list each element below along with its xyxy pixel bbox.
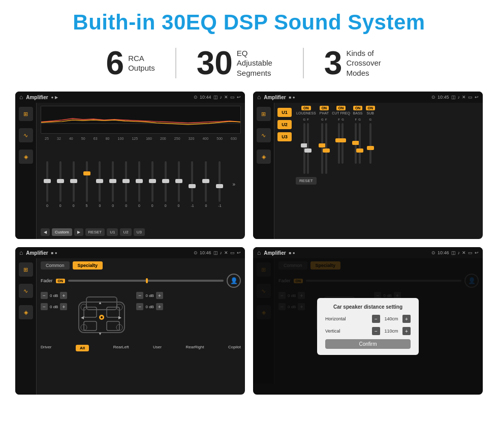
stat-number-eq: 30 [197, 47, 233, 79]
vertical-label: Vertical [325, 328, 353, 334]
u2-btn[interactable]: U2 [277, 120, 292, 129]
amp2-speaker-btn[interactable]: ◈ [257, 150, 271, 164]
crossover-speaker-btn[interactable]: ◈ [19, 305, 33, 319]
eq-slider-12: 0 [205, 161, 207, 207]
window-icon-3: ▭ [230, 250, 235, 255]
eq-bottom-bar: ◀ Custom ▶ RESET U1 U2 U3 [41, 226, 241, 236]
on-badge-bass[interactable]: ON [353, 106, 363, 110]
tab-specialty[interactable]: Specialty [73, 261, 103, 270]
bottom-labels: Driver All RearLeft User RearRight Copil… [41, 343, 241, 353]
tab-common[interactable]: Common [41, 261, 70, 270]
db-plus-br[interactable]: + [156, 303, 163, 310]
eq-screen-body: ⊞ ∿ ◈ 253240506380100125 [15, 103, 245, 239]
db-minus-tr[interactable]: − [136, 292, 143, 299]
db-plus-tl[interactable]: + [60, 292, 67, 299]
crossover-tune-btn[interactable]: ⊞ [19, 262, 33, 277]
confirm-button[interactable]: Confirm [325, 339, 411, 349]
on-badge-cutfreq[interactable]: ON [336, 106, 346, 110]
crossover-screen-body: ⊞ ∿ ◈ Common Specialty Fader ON [15, 258, 245, 395]
stats-row: 6 RCA Outputs 30 EQ Adjustable Segments … [15, 47, 483, 79]
amp2-screen-body: ⊞ ∿ ◈ U1 U2 U3 ON LOUDNESS [253, 103, 483, 239]
freq-labels: 253240506380100125160200250320400500630 [41, 137, 241, 140]
eq-u3-btn[interactable]: U3 [134, 228, 145, 236]
amp2-wave-btn[interactable]: ∿ [257, 128, 271, 142]
screen4-title: Amplifier [264, 250, 286, 256]
play-icon: ● ▶ [51, 95, 58, 100]
channel-cutfreq: ON CUT FREQ F G [332, 106, 350, 236]
horizontal-label: Horizontal [325, 316, 353, 321]
on-badge-loudness[interactable]: ON [301, 106, 311, 110]
sidebar-wave-btn[interactable]: ∿ [19, 128, 33, 142]
home-icon-4[interactable]: ⌂ [257, 249, 261, 256]
vertical-minus-btn[interactable]: − [372, 327, 380, 335]
dialog-overlay: Car speaker distance setting Horizontal … [253, 258, 483, 395]
crossover-wave-btn[interactable]: ∿ [19, 284, 33, 298]
eq-slider-3: 5 [86, 161, 88, 207]
sidebar-speaker-btn[interactable]: ◈ [19, 150, 33, 164]
eq-reset-btn[interactable]: RESET [85, 228, 105, 236]
eq-next-btn[interactable]: ▶ [74, 228, 83, 236]
db-value-tr: 0 dB [145, 293, 153, 298]
crossover-main-area: Common Specialty Fader ON 👤 [37, 258, 245, 395]
stat-number-rca: 6 [106, 47, 124, 79]
amp2-tune-btn[interactable]: ⊞ [257, 107, 271, 121]
eq-slider-9: 0 [165, 161, 167, 207]
home-icon-3[interactable]: ⌂ [19, 249, 23, 256]
back-icon-1: ↩ [237, 95, 241, 100]
all-button[interactable]: All [76, 345, 89, 351]
screen-crossover: ⌂ Amplifier ■ ● ⊙ 10:46 ◫ ♪ ✕ ▭ ↩ ⊞ ∿ [15, 247, 245, 395]
db-plus-tr[interactable]: + [156, 292, 163, 299]
rearright-label: RearRight [185, 345, 204, 351]
u1-btn[interactable]: U1 [277, 108, 292, 117]
svg-text:▼: ▼ [99, 332, 103, 336]
home-icon-2[interactable]: ⌂ [257, 94, 261, 101]
screen-amp-channels: ⌂ Amplifier ■ ● ⊙ 10:45 ◫ ♪ ✕ ▭ ↩ ⊞ ∿ [253, 92, 483, 239]
eq-main-area: 253240506380100125160200250320400500630 … [37, 103, 245, 239]
fader-on-badge[interactable]: ON [56, 279, 66, 283]
db-control-tl: − 0 dB + [41, 292, 67, 299]
reset-btn-area[interactable]: RESET [296, 177, 317, 185]
svg-rect-5 [84, 321, 97, 331]
sidebar-tune-btn[interactable]: ⊞ [19, 107, 33, 121]
eq-u1-btn[interactable]: U1 [107, 228, 118, 236]
volume-icon-1: ♪ [220, 95, 223, 100]
eq-prev-btn[interactable]: ◀ [41, 228, 50, 236]
status-bar-3: ⌂ Amplifier ■ ● ⊙ 10:46 ◫ ♪ ✕ ▭ ↩ [15, 247, 245, 258]
horizontal-minus-btn[interactable]: − [372, 315, 380, 323]
fader-slider[interactable] [68, 280, 224, 282]
eq-left-sidebar: ⊞ ∿ ◈ [15, 103, 37, 239]
stat-label-eq: EQ Adjustable Segments [237, 48, 283, 78]
dot-icon-3: ■ ● [51, 251, 57, 255]
db-minus-bl[interactable]: − [41, 303, 48, 310]
u3-btn[interactable]: U3 [277, 132, 292, 141]
channel-bass: ON BASS F G [353, 106, 363, 236]
vertical-value: 110cm [382, 328, 400, 334]
eq-sliders-row: 0 0 0 5 0 0 0 0 0 0 0 -1 0 -1 » [41, 142, 241, 226]
fader-label: Fader [41, 278, 53, 283]
time-2: 10:45 [438, 95, 449, 100]
svg-point-8 [101, 316, 103, 318]
screen2-title: Amplifier [264, 95, 286, 100]
window-icon-4: ▭ [468, 250, 473, 255]
stat-rca: 6 RCA Outputs [86, 47, 175, 79]
db-minus-tl[interactable]: − [41, 292, 48, 299]
db-plus-bl[interactable]: + [60, 303, 67, 310]
home-icon[interactable]: ⌂ [19, 94, 23, 101]
back-icon-2: ↩ [475, 95, 479, 100]
vertical-plus-btn[interactable]: + [402, 327, 411, 335]
eq-u2-btn[interactable]: U2 [120, 228, 131, 236]
on-badge-phat[interactable]: ON [320, 106, 329, 110]
distance-dialog: Car speaker distance setting Horizontal … [317, 298, 419, 355]
eq-slider-5: 0 [112, 161, 114, 207]
eq-slider-more: » [232, 182, 235, 187]
avatar-icon: 👤 [227, 274, 241, 288]
time-3: 10:46 [200, 250, 211, 255]
horizontal-plus-btn[interactable]: + [402, 315, 411, 323]
location-icon-2: ⊙ [431, 95, 435, 100]
eq-custom-btn[interactable]: Custom [52, 228, 72, 236]
horizontal-stepper: − 140cm + [372, 315, 411, 323]
on-badge-sub[interactable]: ON [366, 106, 376, 110]
volume-icon-3: ♪ [220, 250, 223, 255]
screen-eq: ⌂ Amplifier ● ▶ ⊙ 10:44 ◫ ♪ ✕ ▭ ↩ ⊞ ∿ [15, 92, 245, 239]
db-minus-br[interactable]: − [136, 303, 143, 310]
